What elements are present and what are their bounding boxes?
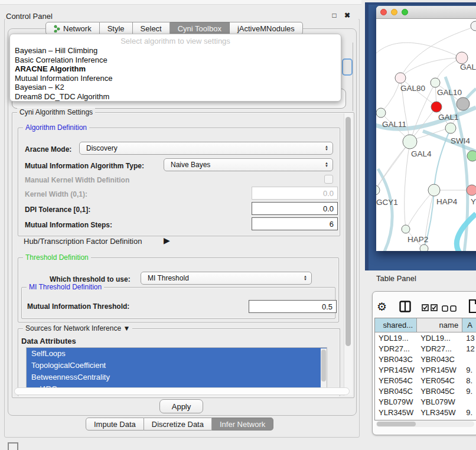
- attributes-list-scrollbar[interactable]: [321, 348, 327, 391]
- partial-document-icon[interactable]: [468, 299, 476, 316]
- tab-cyni-toolbox[interactable]: Cyni Toolbox: [170, 22, 230, 35]
- network-node-gal11[interactable]: [376, 108, 386, 118]
- columns-icon[interactable]: [399, 301, 411, 315]
- table-row[interactable]: YLR345WYLR345W9.: [375, 407, 476, 418]
- float-icon[interactable]: □: [330, 11, 339, 20]
- collapse-arrow-icon[interactable]: ▼: [123, 324, 130, 332]
- network-window: GAL GAL80 GAL10 GAL1 GAL11 SWI4 GAL4 GCY…: [376, 6, 476, 251]
- settings-vertical-scrollbar[interactable]: [344, 113, 353, 396]
- attribute-item[interactable]: BetweennessCentrality: [27, 371, 327, 383]
- network-node-gray[interactable]: [457, 97, 470, 110]
- obscured-focused-button[interactable]: [342, 58, 353, 76]
- algorithm-dropdown: Select algorithm to view settings Bayesi…: [9, 34, 341, 102]
- network-node-gal10[interactable]: [431, 78, 440, 87]
- attribute-item[interactable]: TopologicalCoefficient: [27, 360, 327, 371]
- attribute-item[interactable]: SelfLoops: [27, 348, 327, 360]
- network-graph: GAL GAL80 GAL10 GAL1 GAL11 SWI4 GAL4 GCY…: [376, 19, 476, 251]
- traffic-light-minimize-icon[interactable]: [391, 9, 397, 15]
- dropdown-item[interactable]: Mutual Information Inference: [10, 74, 341, 83]
- tab-infer-network[interactable]: Infer Network: [212, 418, 273, 431]
- kernel-width-label: Kernel Width (0,1):: [25, 190, 87, 198]
- tab-impute-data[interactable]: Impute Data: [86, 418, 144, 431]
- mi-threshold-field[interactable]: 0.5: [249, 300, 337, 313]
- network-node-gcy1[interactable]: [376, 185, 380, 195]
- aracne-mode-label: Aracne Mode:: [25, 145, 71, 154]
- combo-arrows-icon: ▲▼: [325, 162, 332, 168]
- partial-corner-button[interactable]: [8, 442, 18, 450]
- network-tab-icon: [54, 25, 60, 32]
- table-horizontal-scrollbar[interactable]: [376, 421, 474, 427]
- dropdown-item[interactable]: Bayesian – Hill Climbing: [10, 46, 341, 56]
- gear-icon[interactable]: ⚙: [377, 300, 387, 314]
- table-row[interactable]: YER054CYER054C8.: [375, 375, 476, 386]
- control-panel-title: Control Panel: [6, 12, 53, 21]
- tab-select[interactable]: Select: [133, 22, 170, 35]
- dpi-tolerance-label: DPI Tolerance [0,1]:: [25, 206, 90, 214]
- dropdown-item[interactable]: Bayesian – K2: [10, 83, 341, 92]
- dropdown-placeholder: Select algorithm to view settings: [10, 36, 341, 46]
- screen: Control Panel □ ✖ Network Style Select C…: [0, 0, 476, 450]
- table-row[interactable]: YBL079WYBL079W: [375, 396, 476, 407]
- tab-jactivemnodules[interactable]: jActiveMNodules: [230, 22, 303, 35]
- control-panel-topstrip: [0, 0, 361, 5]
- traffic-light-close-icon[interactable]: [380, 9, 387, 15]
- data-attributes-list: SelfLoops TopologicalCoefficient Between…: [26, 347, 327, 392]
- mi-threshold-label: Mutual Information Threshold:: [27, 302, 129, 311]
- network-window-titlebar[interactable]: [376, 6, 476, 19]
- tab-style[interactable]: Style: [100, 22, 133, 35]
- network-canvas[interactable]: GAL GAL80 GAL10 GAL1 GAL11 SWI4 GAL4 GCY…: [376, 19, 476, 251]
- table-row[interactable]: YDR27...YDR27...12: [375, 343, 476, 354]
- table-row[interactable]: YLL053CYLL053C9: [375, 418, 476, 420]
- control-panel-titlebar: Control Panel □ ✖: [0, 5, 361, 19]
- data-attributes-label: Data Attributes: [21, 337, 76, 345]
- aracne-mode-combo[interactable]: Discovery ▲▼: [79, 142, 333, 155]
- expand-arrow-icon[interactable]: ▶: [164, 236, 170, 245]
- dropdown-item[interactable]: Basic Correlation Inference: [10, 56, 341, 65]
- manual-kernel-checkbox[interactable]: [324, 175, 333, 184]
- combo-arrows-icon: ▲▼: [325, 145, 332, 151]
- network-node-gal-partial[interactable]: [456, 52, 468, 64]
- table-row[interactable]: YBR045CYBR045C9.: [375, 386, 476, 396]
- table-row[interactable]: YDL19...YDL19...13: [375, 332, 476, 343]
- network-node-gal80[interactable]: [395, 73, 406, 83]
- dropdown-item[interactable]: Dream8 DC_TDC Algorithm: [10, 92, 341, 102]
- obscured-group-border: [353, 43, 353, 111]
- column-header-partial[interactable]: A: [462, 318, 476, 332]
- which-threshold-combo[interactable]: MI Threshold ▲▼: [141, 272, 312, 285]
- checked-checkboxes-icon[interactable]: [422, 303, 438, 314]
- settings-horizontal-scrollbar[interactable]: [14, 387, 350, 395]
- table-row[interactable]: YBR043CYBR043C: [375, 354, 476, 364]
- dropdown-item-selected[interactable]: ARACNE Algorithm: [10, 64, 341, 74]
- network-node-green-partial[interactable]: [467, 151, 476, 161]
- traffic-light-zoom-icon[interactable]: [402, 9, 408, 15]
- unchecked-checkboxes-icon[interactable]: [442, 304, 457, 314]
- column-header-shared-name[interactable]: shared...: [375, 318, 417, 332]
- network-node-gal4[interactable]: [403, 135, 417, 149]
- network-node-hap2[interactable]: [402, 225, 410, 233]
- group-title: Sources for Network Inference ▼: [23, 324, 132, 333]
- network-node-hap4[interactable]: [428, 184, 440, 196]
- tab-network[interactable]: Network: [45, 22, 100, 35]
- node-label: GAL11: [382, 120, 406, 129]
- dpi-tolerance-field[interactable]: 0.0: [252, 202, 338, 215]
- network-node-partial-top[interactable]: [471, 21, 476, 31]
- network-node-gal1[interactable]: [431, 102, 442, 112]
- network-node-swi4[interactable]: [445, 123, 456, 133]
- manual-kernel-label: Manual Kernel Width Definition: [25, 176, 129, 184]
- column-header-name[interactable]: name: [417, 318, 462, 332]
- network-node-y-partial[interactable]: [467, 185, 476, 195]
- node-label: HAP4: [436, 197, 458, 206]
- group-title: Algorithm Definition: [23, 123, 89, 132]
- close-icon[interactable]: ✖: [343, 11, 352, 20]
- table-row[interactable]: YPR145WYPR145W9.: [375, 364, 476, 375]
- table-panel-title: Table Panel: [376, 274, 416, 283]
- network-node-partial-bottom[interactable]: [420, 244, 428, 251]
- which-threshold-label: Which threshold to use:: [50, 275, 131, 283]
- node-label: GAL10: [437, 88, 462, 97]
- kernel-width-field[interactable]: 0.0: [252, 187, 338, 200]
- apply-button[interactable]: Apply: [159, 399, 203, 413]
- mi-algorithm-type-combo[interactable]: Naive Bayes ▲▼: [164, 158, 333, 171]
- mi-steps-field[interactable]: 6: [252, 217, 338, 230]
- table-header-row: shared... name A: [375, 318, 476, 332]
- tab-discretize-data[interactable]: Discretize Data: [144, 418, 212, 431]
